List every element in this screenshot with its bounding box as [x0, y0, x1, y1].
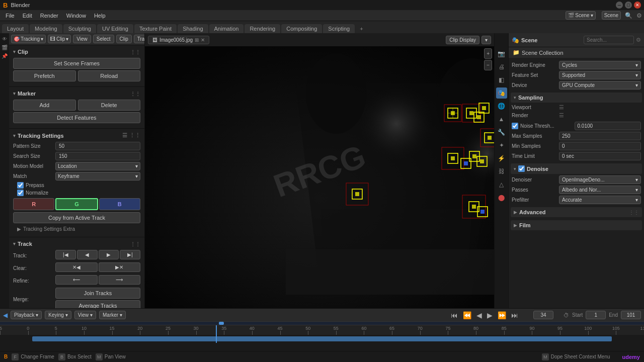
rail-icon-marker[interactable]: 📌 — [1, 52, 8, 59]
timeline-ruler[interactable]: -505101520253035404550556065707580859095… — [0, 325, 644, 335]
match-select[interactable]: Keyframe ▾ — [55, 172, 140, 180]
tab-layout[interactable]: Layout — [2, 24, 29, 33]
track-begin-btn[interactable]: |◀ — [55, 250, 76, 259]
render-engine-select[interactable]: Cycles ▾ — [559, 61, 641, 69]
keying-dropdown[interactable]: Keying ▾ — [45, 311, 71, 319]
rail-scene-icon[interactable]: 🎭 — [496, 87, 507, 99]
tracking-settings-header[interactable]: ▾ Tracking Settings ☰ ⋮⋮ — [9, 131, 144, 140]
zoom-in-btn[interactable]: + — [484, 48, 492, 59]
clip-display-btn[interactable]: Clip Display — [446, 36, 479, 44]
motion-model-select[interactable]: Location ▾ — [55, 162, 140, 170]
view-btn[interactable]: View — [73, 35, 91, 43]
average-tracks-btn[interactable]: Average Tracks — [55, 300, 140, 308]
tab-uv-editing[interactable]: UV Editing — [97, 24, 133, 33]
file-close-icon[interactable]: ✕ — [201, 37, 205, 43]
prefilter-select[interactable]: Accurate ▾ — [559, 196, 641, 204]
add-marker-btn[interactable]: Add — [13, 100, 76, 111]
menu-window[interactable]: Window — [63, 12, 90, 20]
channel-b-btn[interactable]: B — [99, 198, 140, 210]
clip-section-header[interactable]: ▾ Clip ⋮⋮ — [9, 47, 144, 56]
rail-view-layer-icon[interactable]: ◧ — [496, 74, 507, 85]
prefetch-btn[interactable]: Prefetch — [13, 70, 76, 81]
add-workspace-button[interactable]: + — [356, 24, 367, 33]
menu-help[interactable]: Help — [91, 12, 109, 20]
maximize-button[interactable]: □ — [625, 2, 632, 9]
denoiser-select[interactable]: OpenImageDeno... ▾ — [559, 175, 641, 184]
prepass-checkbox[interactable] — [17, 182, 24, 189]
play-back-btn[interactable]: ◀ — [475, 310, 483, 320]
tracking-settings-extra-btn[interactable]: ▶ Tracking Settings Extra — [13, 225, 140, 233]
clip-dropdown[interactable]: 🎞 Clip ▾ — [48, 35, 71, 43]
time-limit-value[interactable]: 0 sec — [559, 152, 641, 160]
zoom-out-btn[interactable]: − — [484, 60, 492, 70]
rail-particles-icon[interactable]: ✦ — [496, 140, 507, 151]
rail-world-icon[interactable]: 🌐 — [496, 101, 507, 112]
clip2-btn[interactable]: Clip — [116, 35, 132, 43]
noise-thresh-checkbox[interactable] — [512, 123, 518, 129]
search-size-value[interactable]: 150 — [55, 152, 140, 160]
feature-set-select[interactable]: Supported ▾ — [559, 71, 641, 79]
rail-material-icon[interactable]: ⬤ — [496, 192, 507, 203]
join-tracks-btn[interactable]: Join Tracks — [55, 288, 140, 299]
scene-selector[interactable]: 🎬 Scene ▾ — [566, 11, 595, 20]
sampling-header[interactable]: ▾ Sampling — [511, 93, 642, 103]
tab-sculpting[interactable]: Sculpting — [63, 24, 96, 33]
step-back-btn[interactable]: ⏪ — [462, 310, 472, 320]
main-viewport[interactable]: 🖼 Image0065.jpg ⊞ ✕ Clip Display ▾ — [145, 33, 494, 308]
rail-icon-view[interactable]: 👁 — [1, 35, 8, 42]
track-back-btn[interactable]: ◀ — [77, 250, 98, 259]
delete-marker-btn[interactable]: Delete — [78, 100, 141, 111]
filter-icon-btn[interactable]: ⚙ — [636, 12, 642, 19]
rail-modifier-icon[interactable]: 🔧 — [496, 127, 507, 138]
clip-timeline-bar[interactable] — [32, 336, 612, 341]
menu-file[interactable]: File — [2, 12, 18, 20]
end-frame-field[interactable]: 101 — [621, 311, 641, 319]
window-controls[interactable]: ─ □ ✕ — [616, 2, 641, 9]
min-samples-value[interactable]: 0 — [559, 142, 641, 150]
select-btn[interactable]: Select — [93, 35, 114, 43]
start-frame-field[interactable]: 1 — [586, 311, 606, 319]
play-btn[interactable]: ▶ — [486, 310, 494, 320]
jump-start-btn[interactable]: ⏮ — [450, 310, 459, 320]
tab-rendering[interactable]: Rendering — [245, 24, 280, 33]
viewport-options-btn[interactable]: ▾ — [481, 36, 491, 44]
track-section-header[interactable]: ▾ Track ⋮⋮ — [9, 239, 144, 248]
search-icon-btn[interactable]: 🔍 — [625, 12, 632, 19]
copy-active-track-btn[interactable]: Copy from Active Track — [13, 212, 140, 223]
tab-animation[interactable]: Animation — [209, 24, 244, 33]
film-header[interactable]: ▶ Film — [511, 220, 642, 230]
refine-back-btn[interactable]: ⟵ — [55, 275, 98, 285]
current-frame-display[interactable]: 34 — [533, 311, 553, 319]
channel-r-btn[interactable]: R — [13, 198, 54, 210]
rail-data-icon[interactable]: △ — [496, 179, 507, 190]
rail-render-icon[interactable]: 📷 — [496, 48, 507, 59]
tl-left-arrow[interactable]: ◀ — [3, 312, 8, 319]
denoise-header[interactable]: ▾ Denoise — [511, 163, 642, 174]
advanced-header[interactable]: ▶ Advanced ⋮⋮ — [511, 207, 642, 217]
max-samples-value[interactable]: 250 — [559, 132, 641, 140]
rail-output-icon[interactable]: 🖨 — [496, 61, 507, 72]
menu-render[interactable]: Render — [37, 12, 62, 20]
clear-after-btn[interactable]: ▶✕ — [99, 262, 141, 272]
menu-edit[interactable]: Edit — [19, 12, 36, 20]
set-scene-frames-btn[interactable]: Set Scene Frames — [13, 58, 140, 69]
noise-thresh-value[interactable]: 0.0100 — [575, 122, 641, 130]
jump-end-btn[interactable]: ⏭ — [510, 310, 519, 320]
device-select[interactable]: GPU Compute ▾ — [559, 81, 641, 89]
track-header-btn[interactable]: Track — [134, 35, 145, 43]
refine-fwd-btn[interactable]: ⟶ — [99, 275, 141, 285]
track-fwd-btn[interactable]: ▶ — [99, 250, 119, 259]
rail-constraints-icon[interactable]: ⛓ — [496, 166, 507, 177]
pattern-size-value[interactable]: 50 — [55, 142, 140, 150]
channel-g-btn[interactable]: G — [55, 198, 98, 210]
detect-features-btn[interactable]: Detect Features — [13, 112, 140, 123]
tab-scripting[interactable]: Scripting — [323, 24, 355, 33]
marker-section-header[interactable]: ▾ Marker ⋮⋮ — [9, 89, 144, 98]
tab-shading[interactable]: Shading — [178, 24, 208, 33]
rail-icon-clip[interactable]: 🎬 — [1, 44, 8, 51]
close-button[interactable]: ✕ — [634, 2, 641, 9]
minimize-button[interactable]: ─ — [616, 2, 623, 9]
reload-btn[interactable]: Reload — [78, 70, 141, 81]
rail-physics-icon[interactable]: ⚡ — [496, 153, 507, 164]
tab-modeling[interactable]: Modeling — [30, 24, 62, 33]
